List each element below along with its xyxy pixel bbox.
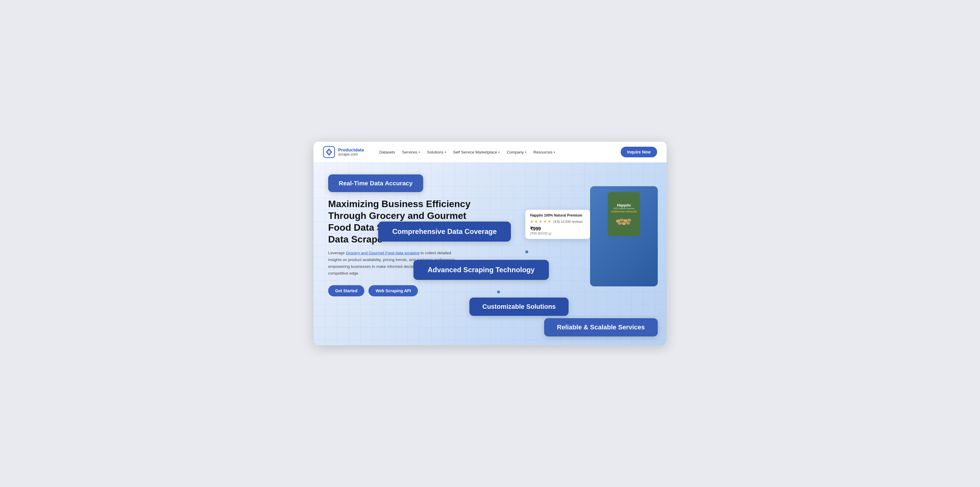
- node-blue-1: [525, 251, 528, 253]
- badge-customizable: Customizable Solutions: [469, 297, 569, 316]
- svg-point-5: [627, 218, 632, 222]
- star-4: ★: [543, 219, 547, 224]
- rating-text: (4.8) 12,030 reviews: [553, 220, 583, 223]
- star-2: ★: [535, 219, 538, 224]
- inquire-now-button[interactable]: Inquire Now: [620, 147, 657, 157]
- product-img-bg: Happilo 100% Natural Premium Californian…: [590, 186, 658, 286]
- almond-brand: Happilo: [617, 203, 631, 208]
- star-5: ★: [548, 219, 551, 224]
- logo-text: Productdata scrape.com: [338, 148, 364, 157]
- star-1: ★: [530, 219, 533, 224]
- badge-data-coverage: Comprehensive Data Coverage: [378, 222, 511, 241]
- chevron-down-icon: ▾: [498, 150, 500, 154]
- hero-section: Real-Time Data Accuracy Comprehensive Da…: [313, 163, 667, 345]
- navbar: Productdata scrape.com Datasets Services…: [313, 142, 667, 163]
- product-card-title: Happilo 100% Natural Premium: [530, 213, 585, 217]
- almond-illustration: [615, 214, 633, 225]
- logo-brand: Productdata: [338, 148, 364, 153]
- chevron-down-icon: ▾: [525, 150, 527, 154]
- nav-company[interactable]: Company ▾: [507, 150, 527, 154]
- product-stars: ★ ★ ★ ★ ★ (4.8) 12,030 reviews: [530, 219, 585, 224]
- svg-rect-1: [327, 150, 331, 154]
- browser-frame: Productdata scrape.com Datasets Services…: [313, 142, 667, 345]
- logo-icon: [323, 146, 335, 158]
- product-image-container: Happilo 100% Natural Premium Californian…: [590, 186, 658, 286]
- chevron-down-icon: ▾: [418, 150, 420, 154]
- nav-services[interactable]: Services ▾: [402, 150, 420, 154]
- node-blue-2: [497, 291, 500, 294]
- badge-reliable: Reliable & Scalable Services: [544, 318, 658, 337]
- svg-point-3: [619, 218, 624, 222]
- nav-marketplace[interactable]: Self Service Marketplace ▾: [453, 150, 500, 154]
- web-scraping-api-button[interactable]: Web Scraping API: [369, 285, 418, 296]
- chevron-down-icon: ▾: [445, 150, 446, 154]
- hero-desc-link[interactable]: Grocery and Gourmet Food data scraping: [346, 251, 419, 255]
- badge-scraping-tech: Advanced Scraping Technology: [414, 260, 549, 280]
- chevron-down-icon: ▾: [554, 150, 555, 154]
- star-3: ★: [539, 219, 542, 224]
- get-started-button[interactable]: Get Started: [328, 285, 364, 296]
- nav-resources[interactable]: Resources ▾: [533, 150, 555, 154]
- almond-desc: Californian Almonds: [611, 210, 637, 213]
- svg-point-7: [622, 222, 626, 225]
- almond-subtitle: 100% Natural Premium: [613, 208, 635, 209]
- product-price: ₹999: [530, 226, 585, 232]
- almond-label: Happilo 100% Natural Premium Californian…: [608, 192, 640, 236]
- hero-buttons: Get Started Web Scraping API: [328, 285, 487, 296]
- nav-datasets[interactable]: Datasets: [379, 150, 395, 154]
- logo[interactable]: Productdata scrape.com: [323, 146, 370, 158]
- logo-domain: scrape.com: [338, 152, 364, 156]
- product-card: Happilo 100% Natural Premium ★ ★ ★ ★ ★ (…: [525, 210, 590, 239]
- nav-solutions[interactable]: Solutions ▾: [427, 150, 446, 154]
- product-price-sub: (₹99.90/100 g): [530, 232, 585, 235]
- nav-links: Datasets Services ▾ Solutions ▾ Self Ser…: [379, 150, 611, 154]
